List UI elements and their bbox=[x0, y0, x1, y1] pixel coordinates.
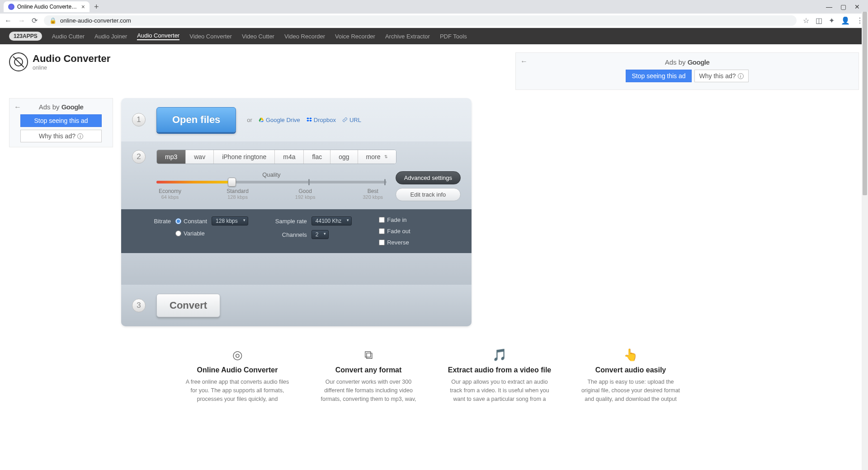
nav-audio-joiner[interactable]: Audio Joiner bbox=[94, 33, 127, 40]
disc-icon bbox=[9, 52, 28, 71]
step-2: 2 mp3 wav iPhone ringtone m4a flac ogg m… bbox=[121, 141, 472, 209]
chevron-updown-icon: ⇅ bbox=[384, 155, 388, 159]
feature-card: 👆 Convert audio easily The app is easy t… bbox=[579, 348, 683, 403]
bitrate-variable-radio[interactable]: Variable bbox=[175, 230, 205, 237]
advanced-panel: Bitrate Constant 128 kbps Variable Sampl… bbox=[121, 209, 472, 253]
app-subtitle: online bbox=[33, 65, 110, 71]
ads-by-label: Ads by Google bbox=[525, 58, 849, 66]
nav-audio-converter[interactable]: Audio Converter bbox=[137, 32, 179, 40]
maximize-icon[interactable]: ▢ bbox=[840, 3, 846, 10]
feature-card: ⧉ Convert any format Our converter works… bbox=[316, 348, 420, 403]
reload-icon[interactable]: ⟳ bbox=[32, 16, 38, 25]
app-title: Audio Converter bbox=[33, 53, 110, 65]
tap-icon: 👆 bbox=[579, 348, 683, 362]
why-this-ad-button[interactable]: Why this ad? i bbox=[694, 70, 749, 82]
quality-slider[interactable] bbox=[156, 181, 387, 183]
music-file-icon: 🎵 bbox=[448, 348, 552, 362]
back-icon[interactable]: ← bbox=[5, 17, 12, 25]
channels-select[interactable]: 2 bbox=[311, 230, 329, 239]
advanced-settings-button[interactable]: Advanced settings bbox=[396, 171, 461, 184]
google-drive-icon bbox=[259, 117, 264, 122]
app-logo: Audio Converter online bbox=[9, 52, 110, 71]
features-row: ◎ Online Audio Converter A free online a… bbox=[163, 334, 705, 412]
slider-thumb[interactable] bbox=[228, 178, 236, 187]
bitrate-label: Bitrate bbox=[139, 218, 171, 225]
step-number: 1 bbox=[132, 113, 146, 127]
bitrate-constant-radio[interactable]: Constant bbox=[175, 218, 207, 225]
fade-in-checkbox[interactable]: Fade in bbox=[379, 216, 410, 223]
step-3: 3 Convert bbox=[121, 285, 472, 326]
profile-icon[interactable]: 👤 bbox=[841, 16, 850, 25]
reverse-checkbox[interactable]: Reverse bbox=[379, 239, 410, 246]
ads-by-label: Ads by Google bbox=[14, 103, 108, 111]
url-link[interactable]: URL bbox=[342, 117, 361, 123]
ad-back-icon[interactable]: ← bbox=[14, 103, 21, 111]
site-nav: 123APPS Audio Cutter Audio Joiner Audio … bbox=[0, 28, 868, 44]
nav-voice-recorder[interactable]: Voice Recorder bbox=[335, 33, 375, 40]
step-1: 1 Open files or Google Drive Dropbox URL bbox=[121, 98, 472, 141]
window-controls: — ▢ ✕ bbox=[826, 3, 864, 10]
info-icon: i bbox=[77, 133, 83, 139]
open-files-button[interactable]: Open files bbox=[156, 107, 236, 132]
puzzle-icon[interactable]: ✦ bbox=[829, 16, 835, 25]
format-tab-wav[interactable]: wav bbox=[186, 150, 214, 164]
or-label: or bbox=[247, 117, 252, 123]
nav-video-converter[interactable]: Video Converter bbox=[189, 33, 232, 40]
quality-label: Quality bbox=[156, 171, 387, 178]
url-text: online-audio-converter.com bbox=[60, 17, 131, 24]
ad-banner-side: ← Ads by Google Stop seeing this ad Why … bbox=[9, 98, 113, 147]
nav-video-cutter[interactable]: Video Cutter bbox=[242, 33, 274, 40]
url-field[interactable]: 🔒 online-audio-converter.com bbox=[44, 15, 797, 26]
sample-rate-select[interactable]: 44100 Khz bbox=[311, 216, 352, 226]
format-tab-iphone[interactable]: iPhone ringtone bbox=[214, 150, 275, 164]
info-icon: i bbox=[738, 73, 744, 79]
sample-rate-label: Sample rate bbox=[275, 218, 307, 225]
feature-card: 🎵 Extract audio from a video file Our ap… bbox=[448, 348, 552, 403]
close-window-icon[interactable]: ✕ bbox=[854, 3, 860, 10]
why-this-ad-button[interactable]: Why this ad? i bbox=[20, 130, 102, 142]
disc-icon: ◎ bbox=[185, 348, 289, 362]
minimize-icon[interactable]: — bbox=[826, 3, 832, 10]
nav-archive-extractor[interactable]: Archive Extractor bbox=[385, 33, 430, 40]
nav-pdf-tools[interactable]: PDF Tools bbox=[440, 33, 467, 40]
slider-fill bbox=[156, 181, 232, 183]
google-drive-link[interactable]: Google Drive bbox=[259, 117, 300, 123]
bitrate-select[interactable]: 128 kbps bbox=[212, 216, 248, 226]
tab-title: Online Audio Converter - Conve bbox=[17, 4, 79, 10]
convert-button[interactable]: Convert bbox=[156, 294, 220, 317]
scrollbar-thumb[interactable] bbox=[863, 12, 867, 195]
dropbox-link[interactable]: Dropbox bbox=[307, 117, 336, 123]
fade-out-checkbox[interactable]: Fade out bbox=[379, 228, 410, 235]
step-number: 3 bbox=[132, 299, 146, 312]
step-number: 2 bbox=[132, 150, 146, 164]
nav-video-recorder[interactable]: Video Recorder bbox=[284, 33, 325, 40]
new-tab-button[interactable]: + bbox=[94, 2, 99, 12]
slider-tick bbox=[384, 179, 386, 185]
converter-panel: 1 Open files or Google Drive Dropbox URL bbox=[121, 98, 472, 326]
channels-label: Channels bbox=[275, 231, 307, 238]
dropbox-icon bbox=[307, 117, 312, 122]
scrollbar[interactable] bbox=[862, 12, 868, 412]
feature-card: ◎ Online Audio Converter A free online a… bbox=[185, 348, 289, 403]
spacer bbox=[121, 253, 472, 285]
browser-tab[interactable]: Online Audio Converter - Conve × bbox=[4, 1, 90, 12]
star-icon[interactable]: ☆ bbox=[803, 16, 809, 25]
stop-seeing-ad-button[interactable]: Stop seeing this ad bbox=[20, 114, 102, 127]
format-tab-ogg[interactable]: ogg bbox=[330, 150, 358, 164]
copy-icon: ⧉ bbox=[316, 348, 420, 362]
favicon-icon bbox=[8, 4, 14, 10]
stop-seeing-ad-button[interactable]: Stop seeing this ad bbox=[626, 70, 691, 82]
close-tab-icon[interactable]: × bbox=[81, 3, 85, 10]
format-tab-mp3[interactable]: mp3 bbox=[157, 150, 186, 164]
nav-audio-cutter[interactable]: Audio Cutter bbox=[52, 33, 85, 40]
format-tab-more[interactable]: more ⇅ bbox=[358, 150, 396, 164]
brand-pill[interactable]: 123APPS bbox=[9, 32, 42, 41]
ad-back-icon[interactable]: ← bbox=[520, 57, 528, 66]
forward-icon[interactable]: → bbox=[18, 17, 25, 25]
format-tab-m4a[interactable]: m4a bbox=[275, 150, 304, 164]
format-tabs: mp3 wav iPhone ringtone m4a flac ogg mor… bbox=[156, 150, 396, 164]
extension-icon[interactable]: ◫ bbox=[816, 16, 822, 25]
ad-banner-top: ← Ads by Google Stop seeing this ad Why … bbox=[515, 52, 859, 90]
edit-track-info-button[interactable]: Edit track info bbox=[396, 188, 461, 201]
format-tab-flac[interactable]: flac bbox=[304, 150, 330, 164]
